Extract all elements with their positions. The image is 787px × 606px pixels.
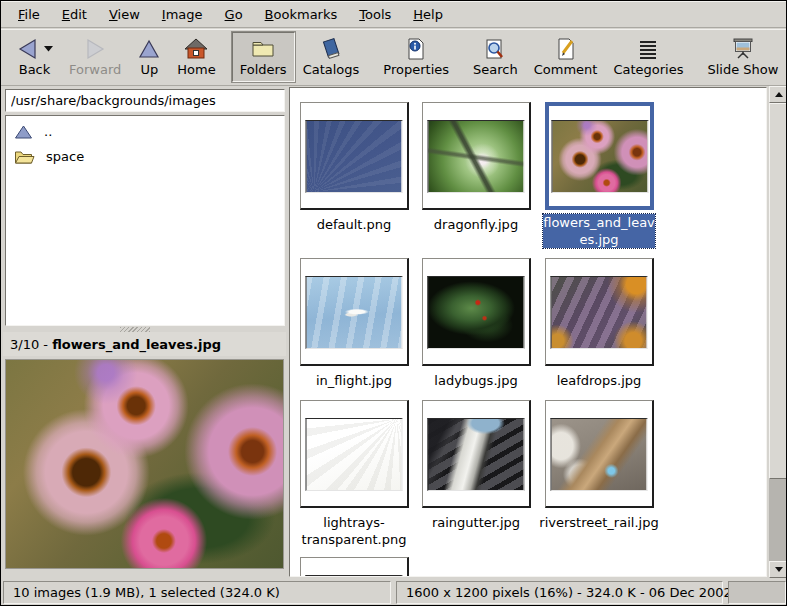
folder-item-parent[interactable]: ..: [6, 119, 284, 144]
preview-image: [5, 359, 284, 569]
scrollbar-thumb[interactable]: [769, 103, 787, 479]
image-filename-text: flowers_and_leaves.jpg: [52, 337, 221, 352]
menu-image[interactable]: Image: [151, 1, 214, 27]
thumbnail-image: [551, 418, 648, 491]
thumbnail-image: [428, 120, 525, 193]
thumbnail-partial[interactable]: [300, 557, 409, 577]
book-icon: [318, 37, 344, 61]
search-icon: [483, 37, 507, 61]
image-info-bar: 3/10 - flowers_and_leaves.jpg: [3, 332, 286, 356]
scroll-up-button[interactable]: [769, 86, 787, 103]
back-menu-caret-icon[interactable]: [44, 46, 53, 52]
menu-file[interactable]: File: [7, 1, 51, 27]
home-icon: [184, 37, 208, 61]
folder-list: .. space: [5, 115, 285, 326]
slideshow-button[interactable]: Slide Show: [699, 32, 786, 82]
projection-screen-icon: [730, 37, 756, 61]
properties-button[interactable]: Properties: [375, 32, 457, 82]
thumbnail-image: [306, 120, 403, 193]
thumbnail-image: [551, 276, 648, 349]
status-image-details: 1600 x 1200 pixels (16%) - 324.0 K - 06 …: [396, 581, 723, 604]
thumbnail-dragonfly[interactable]: dragonfly.jpg: [422, 102, 531, 210]
thumbnail-pane: default.png dragonfly.jpg flowers_and_le…: [288, 86, 787, 578]
arrow-down-icon: [775, 567, 783, 572]
info-icon: [404, 37, 428, 61]
thumbnail-lightrays[interactable]: lightrays-transparent.png: [300, 400, 409, 508]
folder-icon: [14, 148, 35, 165]
up-triangle-icon: [14, 124, 33, 140]
thumbnail-image: [551, 120, 648, 193]
thumbnail-flowers-and-leaves[interactable]: flowers_and_leaves.jpg: [545, 102, 654, 210]
location-input[interactable]: [5, 89, 285, 112]
menu-bookmarks[interactable]: Bookmarks: [254, 1, 349, 27]
thumbnail-image: [428, 276, 525, 349]
folders-button[interactable]: Folders: [232, 32, 295, 82]
categories-button[interactable]: Categories: [605, 32, 691, 82]
menu-tools[interactable]: Tools: [348, 1, 402, 27]
up-icon: [137, 37, 161, 61]
toolbar: Back Forward Up Home Folders Catalogs Pr…: [1, 29, 786, 86]
thumbnail-riverstreet-rail[interactable]: riverstreet_rail.jpg: [545, 400, 654, 508]
thumbnail-leafdrops[interactable]: leafdrops.jpg: [545, 258, 654, 366]
forward-button: Forward: [61, 32, 129, 82]
vertical-scrollbar[interactable]: [769, 86, 787, 578]
folder-item-space[interactable]: space: [6, 144, 284, 169]
menubar: File Edit View Image Go Bookmarks Tools …: [1, 1, 786, 28]
home-button[interactable]: Home: [169, 32, 223, 82]
search-button[interactable]: Search: [465, 32, 526, 82]
thumbnail-image: [428, 418, 525, 491]
thumbnail-grid: default.png dragonfly.jpg flowers_and_le…: [289, 87, 767, 577]
thumbnail-image: [306, 276, 403, 349]
status-resize-area: [728, 581, 786, 604]
gthumb-window: File Edit View Image Go Bookmarks Tools …: [0, 0, 787, 606]
thumbnail-in-flight[interactable]: in_flight.jpg: [300, 258, 409, 366]
forward-icon: [83, 37, 107, 61]
thumbnail-ladybugs[interactable]: ladybugs.jpg: [422, 258, 531, 366]
thumbnail-image: [306, 418, 403, 491]
image-position-text: 3/10 -: [10, 337, 52, 352]
back-icon: [16, 37, 40, 61]
scroll-down-button[interactable]: [769, 561, 787, 578]
thumbnail-default[interactable]: default.png: [300, 102, 409, 210]
thumbnail-image: [306, 575, 403, 577]
pencil-document-icon: [554, 37, 578, 61]
status-images-summary: 10 images (1.9 MB), 1 selected (324.0 K): [3, 581, 391, 604]
folder-icon: [250, 37, 276, 61]
catalogs-button[interactable]: Catalogs: [295, 32, 368, 82]
menu-help[interactable]: Help: [402, 1, 454, 27]
menu-edit[interactable]: Edit: [51, 1, 98, 27]
arrow-up-icon: [775, 92, 783, 97]
preview-pane: [3, 357, 286, 578]
menu-go[interactable]: Go: [214, 1, 254, 27]
up-button[interactable]: Up: [129, 32, 169, 82]
list-icon: [636, 37, 660, 61]
statusbar: 10 images (1.9 MB), 1 selected (324.0 K)…: [1, 578, 787, 606]
menu-view[interactable]: View: [98, 1, 151, 27]
comment-button[interactable]: Comment: [526, 32, 606, 82]
thumbnail-raingutter[interactable]: raingutter.jpg: [422, 400, 531, 508]
back-button[interactable]: Back: [8, 32, 61, 82]
